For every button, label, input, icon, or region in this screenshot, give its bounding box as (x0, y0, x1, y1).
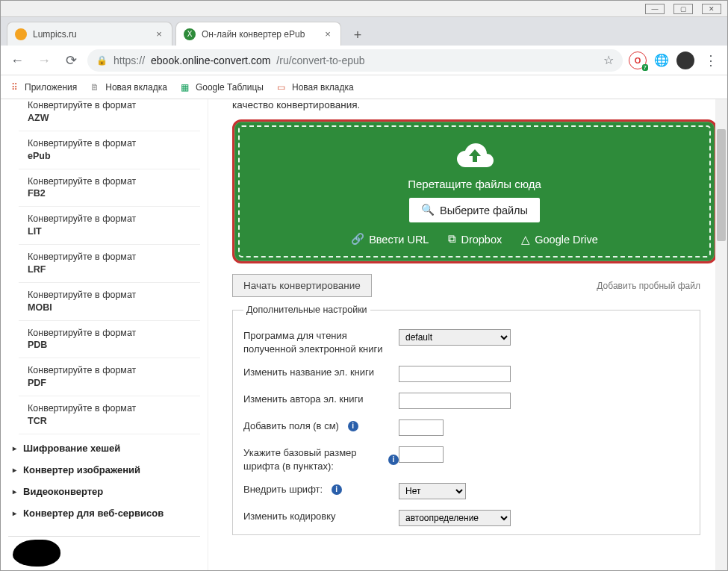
sidebar-cat-hash[interactable]: ▸Шифрование хешей (8, 437, 200, 459)
tab-close-icon[interactable]: × (323, 29, 333, 40)
window-titlebar: — ▢ ✕ (1, 1, 727, 17)
start-conversion-button[interactable]: Начать конвертирование (232, 274, 372, 297)
format-prefix: Конвертируйте в формат (28, 213, 136, 224)
category-label: Конвертер для веб-сервисов (23, 508, 164, 519)
sidebar-format-pdb[interactable]: Конвертируйте в формат PDB (19, 321, 200, 359)
format-name: TCR (28, 415, 193, 428)
encoding-select[interactable]: автоопределение (399, 510, 511, 526)
favicon-icon: X (184, 28, 196, 40)
format-name: AZW (28, 112, 193, 125)
sidebar-format-epub[interactable]: Конвертируйте в формат ePub (19, 131, 200, 169)
reader-select[interactable]: default (399, 329, 511, 346)
search-icon: 🔍 (421, 204, 435, 216)
profile-avatar[interactable] (676, 52, 694, 69)
bookmark-star-icon[interactable]: ☆ (603, 53, 614, 67)
title-input[interactable] (399, 366, 511, 382)
extension-opera-icon[interactable]: 7 O (629, 52, 647, 69)
info-icon[interactable]: i (388, 455, 399, 465)
sidebar-cat-web[interactable]: ▸Конвертер для веб-сервисов (8, 502, 200, 524)
browser-tab-lumpics[interactable]: Lumpics.ru × (7, 22, 172, 46)
settings-legend: Дополнительные настройки (243, 305, 370, 315)
extension-badge: 7 (642, 64, 648, 71)
sidebar-format-tcr[interactable]: Конвертируйте в формат TCR (19, 396, 200, 434)
tab-close-icon[interactable]: × (154, 29, 164, 40)
url-scheme: https:// (113, 54, 145, 66)
extension-globe-icon[interactable]: 🌐 (653, 52, 671, 69)
sidebar-format-mobi[interactable]: Конвертируйте в формат MOBI (19, 283, 200, 321)
window-minimize-button[interactable]: — (645, 4, 665, 14)
tab-title: Lumpics.ru (33, 29, 154, 40)
setting-label: Изменить название эл. книги (243, 366, 399, 379)
fontsize-input[interactable] (399, 446, 444, 463)
embed-font-select[interactable]: Нет (399, 483, 466, 499)
source-url-link[interactable]: 🔗 Ввести URL (351, 233, 429, 246)
caret-right-icon: ▸ (13, 509, 19, 517)
cloud-upload-icon (454, 140, 496, 170)
additional-settings-fieldset: Дополнительные настройки Программа для ч… (232, 305, 700, 535)
upload-dropzone[interactable]: Перетащите файлы сюда 🔍 Выберите файлы 🔗… (238, 125, 711, 258)
format-prefix: Конвертируйте в формат (28, 365, 136, 375)
url-path: /ru/convert-to-epub (276, 54, 364, 66)
format-prefix: Конвертируйте в формат (28, 252, 136, 262)
category-label: Конвертер изображений (23, 464, 140, 475)
author-input[interactable] (399, 393, 511, 409)
format-name: PDF (28, 377, 193, 390)
sidebar-format-lit[interactable]: Конвертируйте в формат LIT (19, 207, 200, 245)
setting-label: Укажите базовый размер шрифта (в пунктах… (243, 446, 399, 472)
page-content: Конвертируйте в формат AZW Конвертируйте… (1, 99, 727, 570)
lock-icon: 🔒 (96, 55, 108, 66)
margins-input[interactable] (399, 419, 444, 436)
window-close-button[interactable]: ✕ (702, 4, 721, 14)
caret-right-icon: ▸ (13, 487, 19, 496)
bookmark-google-sheets[interactable]: ▦ Google Таблицы (179, 81, 264, 93)
browser-tab-converter[interactable]: X Он-лайн конвертер ePub × (175, 22, 341, 46)
reload-button[interactable]: ⟳ (60, 50, 81, 71)
sidebar-format-fb2[interactable]: Конвертируйте в формат FB2 (19, 169, 200, 208)
main-panel: качество конвертирования. Перетащите фай… (208, 99, 727, 570)
sidebar-footer-image (13, 540, 60, 567)
source-dropbox-link[interactable]: ⧉ Dropbox (448, 233, 502, 246)
bookmark-label: Новая вкладка (105, 82, 167, 93)
sidebar-cat-image[interactable]: ▸Конвертер изображений (8, 459, 200, 481)
format-prefix: Конвертируйте в формат (28, 176, 136, 187)
source-gdrive-link[interactable]: △ Google Drive (521, 233, 598, 246)
forward-button[interactable]: → (34, 50, 55, 71)
choose-files-button[interactable]: 🔍 Выберите файлы (409, 198, 540, 222)
back-button[interactable]: ← (7, 50, 28, 71)
url-host: ebook.online-convert.com (151, 54, 270, 66)
quality-text: качество конвертирования. (232, 99, 717, 119)
setting-label: Программа для чтения полученной электрон… (243, 329, 399, 355)
source-gdrive-label: Google Drive (535, 234, 598, 246)
url-input[interactable]: 🔒 https://ebook.online-convert.com/ru/co… (87, 49, 623, 72)
bookmark-label: Приложения (25, 82, 77, 93)
info-icon[interactable]: i (348, 421, 358, 431)
format-prefix: Конвертируйте в формат (28, 403, 136, 414)
setting-row-encoding: Изменить кодировку автоопределение (243, 505, 689, 531)
sidebar-format-pdf[interactable]: Конвертируйте в формат PDF (19, 358, 200, 396)
setting-row-embedfont: Внедрить шрифт: i Нет (243, 478, 689, 505)
page-icon: ▭ (276, 81, 287, 93)
vertical-scrollbar[interactable] (715, 99, 727, 570)
apps-grid-icon: ⠿ (8, 81, 20, 93)
new-tab-button[interactable]: + (347, 25, 368, 46)
bookmark-newtab-2[interactable]: ▭ Новая вкладка (276, 81, 354, 93)
sidebar-format-azw[interactable]: Конвертируйте в формат AZW (19, 99, 200, 131)
format-list: Конвертируйте в формат AZW Конвертируйте… (1, 99, 208, 434)
sheets-icon: ▦ (179, 81, 191, 93)
category-list: ▸Шифрование хешей ▸Конвертер изображений… (1, 434, 208, 527)
browser-menu-button[interactable]: ⋮ (700, 52, 721, 69)
google-drive-icon: △ (521, 234, 530, 246)
bookmark-apps[interactable]: ⠿ Приложения (8, 81, 77, 93)
setting-label: Добавить поля (в см) i (243, 419, 399, 433)
scrollbar-thumb[interactable] (717, 129, 726, 241)
sidebar-format-lrf[interactable]: Конвертируйте в формат LRF (19, 245, 200, 283)
sidebar-cat-video[interactable]: ▸Видеоконвертер (8, 481, 200, 502)
window-maximize-button[interactable]: ▢ (673, 4, 693, 14)
caret-right-icon: ▸ (13, 444, 19, 452)
bookmark-newtab-1[interactable]: 🗎 Новая вкладка (89, 81, 167, 93)
format-name: PDB (28, 339, 193, 352)
add-trial-file-link[interactable]: Добавить пробный файл (597, 281, 700, 291)
info-icon[interactable]: i (332, 484, 342, 495)
category-label: Шифрование хешей (23, 443, 120, 454)
action-row: Начать конвертирование Добавить пробный … (232, 274, 717, 297)
